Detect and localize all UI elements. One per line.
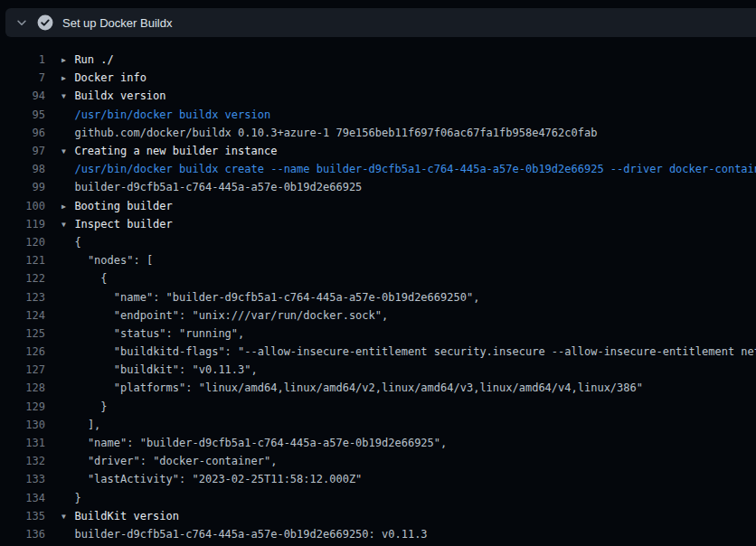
line-number[interactable]: 119 (0, 218, 45, 231)
log-line: 128 "platforms": "linux/amd64,linux/amd6… (0, 379, 756, 397)
output-text: "endpoint": "unix:///var/run/docker.sock… (61, 309, 388, 322)
group-header: ▶Booting builder (61, 200, 173, 212)
log-line: 98 /usr/bin/docker buildx create --name … (0, 160, 756, 178)
output-text: "status": "running", (61, 327, 244, 340)
group-header: ▶Run ./ (61, 53, 114, 66)
line-number[interactable]: 121 (0, 254, 45, 267)
triangle-right-icon: ▶ (61, 202, 74, 211)
log-line: 121 "nodes": [ (0, 251, 756, 269)
triangle-down-icon: ▼ (61, 92, 74, 100)
log-line: 124 "endpoint": "unix:///var/run/docker.… (0, 306, 756, 325)
triangle-right-icon: ▶ (61, 74, 74, 82)
group-header: ▼BuildKit version (61, 510, 179, 522)
output-text: "driver": "docker-container", (61, 455, 277, 467)
line-number[interactable]: 127 (0, 363, 45, 376)
output-text: github.com/docker/buildx 0.10.3+azure-1 … (61, 127, 597, 139)
log-line[interactable]: 100▶Booting builder (0, 197, 756, 215)
log-line: 126 "buildkitd-flags": "--allow-insecure… (0, 343, 756, 361)
command-text: /usr/bin/docker buildx create --name bui… (61, 163, 756, 175)
log-line: 120 { (0, 233, 756, 251)
line-number[interactable]: 98 (0, 163, 45, 175)
log-line: 131 "name": "builder-d9cfb5a1-c764-445a-… (0, 434, 756, 452)
check-circle-icon (37, 14, 53, 31)
group-title: BuildKit version (74, 510, 179, 522)
log-line[interactable]: 135▼BuildKit version (0, 507, 756, 525)
line-number[interactable]: 123 (0, 291, 45, 304)
group-header: ▼Creating a new builder instance (61, 145, 277, 157)
line-number[interactable]: 126 (0, 345, 45, 358)
line-number[interactable]: 128 (0, 381, 45, 394)
line-number[interactable]: 135 (0, 510, 45, 522)
line-number[interactable]: 95 (0, 108, 45, 121)
group-title: Creating a new builder instance (74, 145, 277, 157)
log-line: 95 /usr/bin/docker buildx version (0, 106, 756, 124)
log-line[interactable]: 119▼Inspect builder (0, 215, 756, 233)
line-number[interactable]: 130 (0, 419, 45, 431)
line-number[interactable]: 97 (0, 145, 45, 157)
output-text: "name": "builder-d9cfb5a1-c764-445a-a57e… (61, 437, 447, 449)
log-line: 136 builder-d9cfb5a1-c764-445a-a57e-0b19… (0, 525, 756, 543)
line-number[interactable]: 132 (0, 455, 45, 467)
line-number[interactable]: 122 (0, 272, 45, 285)
log-viewer: Set up Docker Buildx 1▶Run ./7▶Docker in… (0, 8, 756, 543)
output-text: } (61, 400, 108, 413)
line-number[interactable]: 96 (0, 127, 45, 139)
command-text: /usr/bin/docker buildx version (61, 108, 270, 121)
chevron-down-icon[interactable] (15, 16, 28, 29)
triangle-down-icon: ▼ (61, 221, 74, 229)
group-title: Docker info (74, 71, 146, 84)
output-text: builder-d9cfb5a1-c764-445a-a57e-0b19d2e6… (61, 181, 362, 193)
log-line: 133 "lastActivity": "2023-02-25T11:58:12… (0, 470, 756, 488)
triangle-down-icon: ▼ (61, 513, 74, 521)
output-text: "lastActivity": "2023-02-25T11:58:12.000… (61, 473, 362, 485)
line-number[interactable]: 100 (0, 200, 45, 212)
output-text: "buildkitd-flags": "--allow-insecure-ent… (61, 345, 756, 358)
triangle-down-icon: ▼ (61, 147, 74, 155)
line-number[interactable]: 133 (0, 473, 45, 485)
log-line[interactable]: 1▶Run ./ (0, 51, 756, 69)
log-line: 127 "buildkit": "v0.11.3", (0, 361, 756, 379)
group-title: Run ./ (74, 53, 113, 66)
line-number[interactable]: 94 (0, 89, 45, 102)
triangle-right-icon: ▶ (61, 56, 74, 64)
log-line[interactable]: 97▼Creating a new builder instance (0, 142, 756, 160)
line-number[interactable]: 136 (0, 528, 45, 541)
output-text: { (61, 272, 108, 285)
log-area: 1▶Run ./7▶Docker info94▼Buildx version95… (0, 37, 756, 543)
log-line: 125 "status": "running", (0, 325, 756, 343)
output-text: "nodes": [ (61, 254, 153, 267)
line-number[interactable]: 99 (0, 181, 45, 193)
log-line: 130 ], (0, 416, 756, 434)
log-line: 99 builder-d9cfb5a1-c764-445a-a57e-0b19d… (0, 178, 756, 196)
log-line: 132 "driver": "docker-container", (0, 452, 756, 470)
line-number[interactable]: 125 (0, 327, 45, 340)
line-number[interactable]: 124 (0, 309, 45, 322)
output-text: } (61, 492, 81, 504)
output-text: "name": "builder-d9cfb5a1-c764-445a-a57e… (61, 291, 479, 304)
group-title: Inspect builder (74, 218, 172, 231)
step-title: Set up Docker Buildx (62, 16, 172, 30)
line-number[interactable]: 7 (0, 71, 45, 84)
group-header: ▼Inspect builder (61, 218, 173, 231)
line-number[interactable]: 131 (0, 437, 45, 449)
line-number[interactable]: 1 (0, 53, 45, 66)
group-title: Booting builder (74, 200, 172, 212)
output-text: "buildkit": "v0.11.3", (61, 363, 258, 376)
line-number[interactable]: 134 (0, 492, 45, 504)
group-title: Buildx version (74, 89, 165, 102)
group-header: ▼Buildx version (61, 89, 166, 102)
group-header: ▶Docker info (61, 71, 146, 84)
output-text: ], (61, 419, 100, 431)
log-line: 122 { (0, 269, 756, 287)
log-line: 123 "name": "builder-d9cfb5a1-c764-445a-… (0, 287, 756, 306)
line-number[interactable]: 120 (0, 236, 45, 249)
log-line: 129 } (0, 398, 756, 416)
output-text: builder-d9cfb5a1-c764-445a-a57e-0b19d2e6… (61, 528, 428, 541)
log-line[interactable]: 7▶Docker info (0, 69, 756, 87)
log-line: 134 } (0, 489, 756, 507)
output-text: "platforms": "linux/amd64,linux/amd64/v2… (61, 381, 643, 394)
step-header[interactable]: Set up Docker Buildx (5, 8, 756, 37)
line-number[interactable]: 129 (0, 400, 45, 413)
output-text: { (61, 236, 81, 249)
log-line[interactable]: 94▼Buildx version (0, 87, 756, 105)
